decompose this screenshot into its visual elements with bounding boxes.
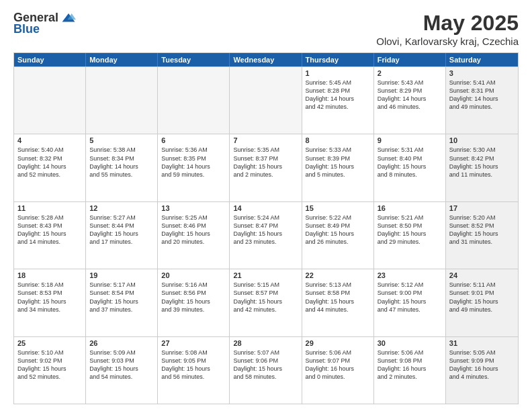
calendar-cell: 3Sunrise: 5:41 AM Sunset: 8:31 PM Daylig… — [446, 67, 518, 134]
day-info: Sunrise: 5:28 AM Sunset: 8:43 PM Dayligh… — [17, 214, 82, 246]
day-number: 19 — [89, 271, 154, 279]
calendar-cell: 26Sunrise: 5:09 AM Sunset: 9:03 PM Dayli… — [86, 337, 158, 404]
calendar-cell: 19Sunrise: 5:17 AM Sunset: 8:54 PM Dayli… — [86, 269, 158, 336]
calendar-cell: 25Sunrise: 5:10 AM Sunset: 9:02 PM Dayli… — [14, 337, 86, 404]
calendar-cell: 20Sunrise: 5:16 AM Sunset: 8:56 PM Dayli… — [158, 269, 230, 336]
calendar-cell: 29Sunrise: 5:06 AM Sunset: 9:07 PM Dayli… — [302, 337, 374, 404]
calendar-cell: 22Sunrise: 5:13 AM Sunset: 8:58 PM Dayli… — [302, 269, 374, 336]
day-info: Sunrise: 5:08 AM Sunset: 9:05 PM Dayligh… — [161, 349, 226, 381]
day-number: 1 — [306, 69, 370, 77]
calendar-cell — [158, 67, 230, 134]
title-block: May 2025 Olovi, Karlovarsky kraj, Czechi… — [376, 11, 519, 47]
day-number: 15 — [306, 204, 370, 212]
day-info: Sunrise: 5:41 AM Sunset: 8:31 PM Dayligh… — [449, 79, 515, 111]
page: General Blue May 2025 Olovi, Karlovarsky… — [0, 0, 532, 411]
day-info: Sunrise: 5:36 AM Sunset: 8:35 PM Dayligh… — [161, 146, 226, 179]
calendar-row: 1Sunrise: 5:45 AM Sunset: 8:28 PM Daylig… — [14, 66, 518, 134]
calendar-cell — [86, 67, 158, 134]
day-number: 14 — [233, 204, 298, 212]
calendar-cell: 30Sunrise: 5:06 AM Sunset: 9:08 PM Dayli… — [374, 337, 446, 404]
calendar-row: 25Sunrise: 5:10 AM Sunset: 9:02 PM Dayli… — [14, 336, 518, 404]
day-number: 4 — [17, 136, 82, 144]
day-info: Sunrise: 5:06 AM Sunset: 9:08 PM Dayligh… — [378, 349, 442, 381]
day-info: Sunrise: 5:31 AM Sunset: 8:40 PM Dayligh… — [378, 146, 442, 179]
calendar-header-day: Tuesday — [158, 53, 230, 66]
day-number: 27 — [161, 339, 226, 347]
day-info: Sunrise: 5:12 AM Sunset: 9:00 PM Dayligh… — [378, 281, 442, 314]
calendar-cell: 27Sunrise: 5:08 AM Sunset: 9:05 PM Dayli… — [158, 337, 230, 404]
day-number: 7 — [233, 136, 298, 144]
day-info: Sunrise: 5:18 AM Sunset: 8:53 PM Dayligh… — [17, 281, 82, 314]
calendar-cell — [230, 67, 302, 134]
calendar-row: 11Sunrise: 5:28 AM Sunset: 8:43 PM Dayli… — [14, 201, 518, 269]
day-info: Sunrise: 5:38 AM Sunset: 8:34 PM Dayligh… — [89, 146, 154, 179]
calendar-cell: 24Sunrise: 5:11 AM Sunset: 9:01 PM Dayli… — [446, 269, 518, 336]
day-number: 16 — [378, 204, 442, 212]
calendar-cell: 8Sunrise: 5:33 AM Sunset: 8:39 PM Daylig… — [302, 134, 374, 201]
calendar-header-day: Friday — [374, 53, 446, 66]
day-number: 23 — [378, 271, 442, 279]
calendar-cell: 31Sunrise: 5:05 AM Sunset: 9:09 PM Dayli… — [446, 337, 518, 404]
calendar-cell: 5Sunrise: 5:38 AM Sunset: 8:34 PM Daylig… — [86, 134, 158, 201]
day-info: Sunrise: 5:27 AM Sunset: 8:44 PM Dayligh… — [89, 214, 154, 246]
day-info: Sunrise: 5:20 AM Sunset: 8:52 PM Dayligh… — [449, 214, 515, 246]
day-number: 5 — [89, 136, 154, 144]
day-number: 3 — [449, 69, 515, 77]
logo: General Blue — [13, 11, 76, 36]
day-number: 31 — [449, 339, 515, 347]
calendar-cell: 16Sunrise: 5:21 AM Sunset: 8:50 PM Dayli… — [374, 202, 446, 269]
day-number: 2 — [378, 69, 442, 77]
day-number: 21 — [233, 271, 298, 279]
day-info: Sunrise: 5:09 AM Sunset: 9:03 PM Dayligh… — [89, 349, 154, 381]
calendar-cell — [14, 67, 86, 134]
day-info: Sunrise: 5:10 AM Sunset: 9:02 PM Dayligh… — [17, 349, 82, 381]
day-info: Sunrise: 5:35 AM Sunset: 8:37 PM Dayligh… — [233, 146, 298, 179]
day-number: 26 — [89, 339, 154, 347]
day-number: 30 — [378, 339, 442, 347]
day-info: Sunrise: 5:05 AM Sunset: 9:09 PM Dayligh… — [449, 349, 515, 381]
day-number: 12 — [89, 204, 154, 212]
day-number: 28 — [233, 339, 298, 347]
calendar-cell: 11Sunrise: 5:28 AM Sunset: 8:43 PM Dayli… — [14, 202, 86, 269]
calendar-body: 1Sunrise: 5:45 AM Sunset: 8:28 PM Daylig… — [14, 66, 518, 404]
calendar-cell: 17Sunrise: 5:20 AM Sunset: 8:52 PM Dayli… — [446, 202, 518, 269]
day-info: Sunrise: 5:33 AM Sunset: 8:39 PM Dayligh… — [306, 146, 370, 179]
day-info: Sunrise: 5:45 AM Sunset: 8:28 PM Dayligh… — [306, 79, 370, 111]
day-info: Sunrise: 5:07 AM Sunset: 9:06 PM Dayligh… — [233, 349, 298, 381]
calendar-cell: 1Sunrise: 5:45 AM Sunset: 8:28 PM Daylig… — [302, 67, 374, 134]
calendar-cell: 7Sunrise: 5:35 AM Sunset: 8:37 PM Daylig… — [230, 134, 302, 201]
calendar-cell: 14Sunrise: 5:24 AM Sunset: 8:47 PM Dayli… — [230, 202, 302, 269]
calendar-header-day: Sunday — [14, 53, 86, 66]
day-info: Sunrise: 5:15 AM Sunset: 8:57 PM Dayligh… — [233, 281, 298, 314]
day-info: Sunrise: 5:06 AM Sunset: 9:07 PM Dayligh… — [306, 349, 370, 381]
day-number: 17 — [449, 204, 515, 212]
calendar-cell: 9Sunrise: 5:31 AM Sunset: 8:40 PM Daylig… — [374, 134, 446, 201]
day-number: 11 — [17, 204, 82, 212]
calendar-cell: 21Sunrise: 5:15 AM Sunset: 8:57 PM Dayli… — [230, 269, 302, 336]
logo-icon — [61, 12, 76, 24]
main-title: May 2025 — [376, 11, 519, 36]
calendar-cell: 4Sunrise: 5:40 AM Sunset: 8:32 PM Daylig… — [14, 134, 86, 201]
day-info: Sunrise: 5:11 AM Sunset: 9:01 PM Dayligh… — [449, 281, 515, 314]
calendar-cell: 13Sunrise: 5:25 AM Sunset: 8:46 PM Dayli… — [158, 202, 230, 269]
day-number: 18 — [17, 271, 82, 279]
calendar-cell: 18Sunrise: 5:18 AM Sunset: 8:53 PM Dayli… — [14, 269, 86, 336]
day-info: Sunrise: 5:22 AM Sunset: 8:49 PM Dayligh… — [306, 214, 370, 246]
day-info: Sunrise: 5:43 AM Sunset: 8:29 PM Dayligh… — [378, 79, 442, 111]
calendar: SundayMondayTuesdayWednesdayThursdayFrid… — [13, 52, 519, 404]
logo-blue: Blue — [13, 22, 40, 36]
calendar-cell: 28Sunrise: 5:07 AM Sunset: 9:06 PM Dayli… — [230, 337, 302, 404]
day-number: 25 — [17, 339, 82, 347]
calendar-header-day: Thursday — [302, 53, 374, 66]
day-info: Sunrise: 5:25 AM Sunset: 8:46 PM Dayligh… — [161, 214, 226, 246]
calendar-cell: 23Sunrise: 5:12 AM Sunset: 9:00 PM Dayli… — [374, 269, 446, 336]
day-info: Sunrise: 5:13 AM Sunset: 8:58 PM Dayligh… — [306, 281, 370, 314]
day-info: Sunrise: 5:17 AM Sunset: 8:54 PM Dayligh… — [89, 281, 154, 314]
calendar-row: 4Sunrise: 5:40 AM Sunset: 8:32 PM Daylig… — [14, 134, 518, 201]
header: General Blue May 2025 Olovi, Karlovarsky… — [13, 11, 519, 47]
day-info: Sunrise: 5:16 AM Sunset: 8:56 PM Dayligh… — [161, 281, 226, 314]
day-number: 29 — [306, 339, 370, 347]
subtitle: Olovi, Karlovarsky kraj, Czechia — [376, 36, 519, 47]
calendar-cell: 6Sunrise: 5:36 AM Sunset: 8:35 PM Daylig… — [158, 134, 230, 201]
calendar-row: 18Sunrise: 5:18 AM Sunset: 8:53 PM Dayli… — [14, 269, 518, 336]
